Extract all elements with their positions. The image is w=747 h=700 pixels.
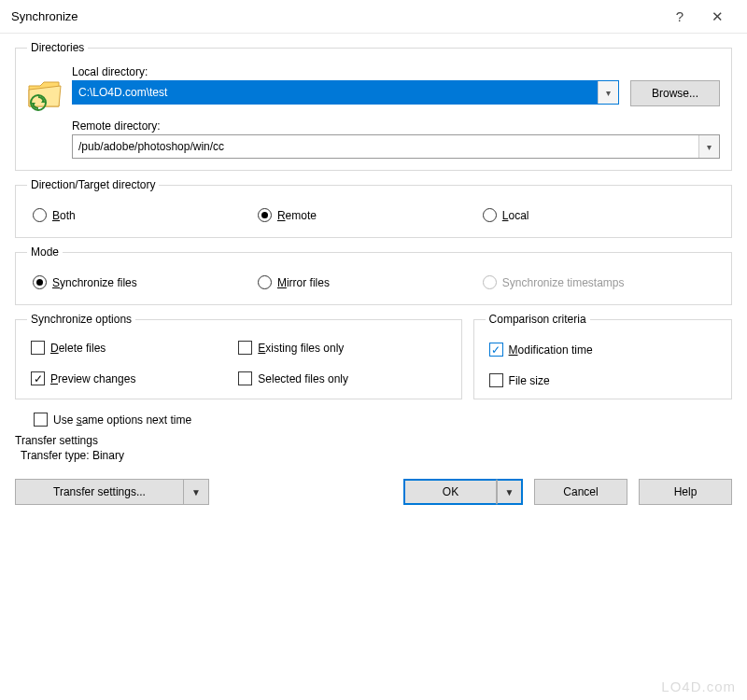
transfer-info: Transfer settings Transfer type: Binary xyxy=(15,432,732,471)
comparison-legend: Comparison criteria xyxy=(486,313,590,326)
dialog-content: Directories Local directory: C:\LO4D.co xyxy=(0,34,747,516)
direction-remote-label: Remote xyxy=(277,209,317,222)
same-options-checkbox[interactable]: Use same options next time xyxy=(34,413,728,427)
titlebar: Synchronize ? ✕ xyxy=(0,0,747,34)
file-size-checkbox[interactable]: File size xyxy=(489,373,716,387)
cancel-button[interactable]: Cancel xyxy=(534,479,627,505)
button-bar: Transfer settings... ▼ OK ▼ Cancel Help xyxy=(15,471,732,516)
help-icon[interactable]: ? xyxy=(661,8,698,24)
directories-legend: Directories xyxy=(27,41,88,54)
local-dir-combo[interactable]: C:\LO4D.com\test ▾ xyxy=(72,80,619,105)
preview-changes-checkbox[interactable]: ✓ Preview changes xyxy=(31,371,238,385)
modification-time-label: Modification time xyxy=(509,343,593,357)
mode-group: Mode Synchronize files Mirror files Sync… xyxy=(15,245,732,305)
mode-sync-label: Synchronize files xyxy=(52,276,137,289)
existing-only-checkbox[interactable]: Existing files only xyxy=(238,341,445,355)
selected-only-label: Selected files only xyxy=(258,372,348,385)
selected-only-checkbox[interactable]: Selected files only xyxy=(238,371,445,385)
comparison-group: Comparison criteria ✓ Modification time … xyxy=(473,313,732,399)
preview-changes-label: Preview changes xyxy=(50,372,135,385)
mode-sync-radio[interactable]: Synchronize files xyxy=(33,275,258,289)
radio-icon xyxy=(33,275,47,289)
checkbox-icon xyxy=(489,373,503,387)
radio-icon xyxy=(33,208,47,222)
browse-button[interactable]: Browse... xyxy=(630,80,720,106)
chevron-down-icon[interactable]: ▼ xyxy=(497,479,523,505)
checkbox-icon xyxy=(31,341,45,355)
direction-local-label: Local xyxy=(502,209,529,222)
direction-both-label: Both xyxy=(52,209,76,222)
modification-time-checkbox[interactable]: ✓ Modification time xyxy=(489,343,716,357)
window-title: Synchronize xyxy=(11,9,661,23)
mode-timestamps-radio: Synchronize timestamps xyxy=(483,275,708,289)
watermark: LO4D.com xyxy=(661,679,736,694)
existing-only-label: Existing files only xyxy=(258,342,344,355)
help-button[interactable]: Help xyxy=(639,479,732,505)
sync-options-legend: Synchronize options xyxy=(27,313,135,326)
chevron-down-icon[interactable]: ▾ xyxy=(598,81,618,104)
local-dir-label: Local directory: xyxy=(72,65,720,78)
file-size-label: File size xyxy=(509,374,550,387)
close-icon[interactable]: ✕ xyxy=(698,8,736,25)
ok-split[interactable]: OK ▼ xyxy=(403,479,523,505)
direction-remote-radio[interactable]: Remote xyxy=(258,208,483,222)
checkbox-icon xyxy=(238,371,252,385)
folder-sync-icon xyxy=(27,65,72,112)
direction-local-radio[interactable]: Local xyxy=(483,208,708,222)
chevron-down-icon[interactable]: ▾ xyxy=(698,135,719,158)
checkbox-icon: ✓ xyxy=(489,343,503,357)
same-options-label: Use same options next time xyxy=(53,413,191,427)
transfer-type-line: Transfer type: Binary xyxy=(15,449,732,462)
sync-options-group: Synchronize options Delete files ✓ Previ… xyxy=(15,313,462,399)
checkbox-icon xyxy=(238,341,252,355)
remote-dir-label: Remote directory: xyxy=(72,119,720,133)
transfer-heading: Transfer settings xyxy=(15,434,732,447)
mode-legend: Mode xyxy=(27,245,63,259)
delete-files-label: Delete files xyxy=(50,342,106,355)
radio-icon xyxy=(258,208,272,222)
direction-group: Direction/Target directory Both Remote L… xyxy=(15,178,732,238)
mode-mirror-radio[interactable]: Mirror files xyxy=(258,275,483,289)
radio-icon xyxy=(483,208,497,222)
direction-both-radio[interactable]: Both xyxy=(33,208,258,222)
chevron-down-icon[interactable]: ▼ xyxy=(183,479,209,505)
local-dir-value[interactable]: C:\LO4D.com\test xyxy=(73,81,598,104)
delete-files-checkbox[interactable]: Delete files xyxy=(31,341,238,355)
remote-dir-value[interactable]: /pub/adobe/photoshop/win/cc xyxy=(73,135,698,158)
transfer-settings-split[interactable]: Transfer settings... ▼ xyxy=(15,479,209,505)
mode-timestamps-label: Synchronize timestamps xyxy=(502,276,625,289)
mode-mirror-label: Mirror files xyxy=(277,276,330,289)
direction-legend: Direction/Target directory xyxy=(27,178,159,191)
radio-icon xyxy=(258,275,272,289)
transfer-settings-button[interactable]: Transfer settings... xyxy=(15,479,183,505)
checkbox-icon: ✓ xyxy=(31,371,45,385)
ok-button[interactable]: OK xyxy=(403,479,497,505)
radio-icon xyxy=(483,275,497,289)
checkbox-icon xyxy=(34,413,48,427)
directories-group: Directories Local directory: C:\LO4D.co xyxy=(15,41,732,171)
remote-dir-combo[interactable]: /pub/adobe/photoshop/win/cc ▾ xyxy=(72,134,720,159)
